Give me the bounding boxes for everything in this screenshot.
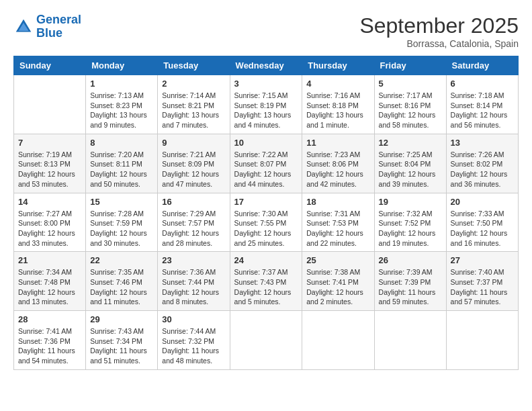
day-number: 1: [90, 79, 153, 89]
day-info: Sunrise: 7:23 AMSunset: 8:06 PMDaylight:…: [306, 150, 369, 189]
day-number: 13: [451, 138, 514, 148]
day-number: 22: [90, 255, 153, 265]
day-number: 7: [18, 138, 81, 148]
calendar-week-row: 21Sunrise: 7:34 AMSunset: 7:48 PMDayligh…: [14, 252, 519, 311]
day-number: 26: [379, 255, 442, 265]
day-info: Sunrise: 7:38 AMSunset: 7:41 PMDaylight:…: [306, 267, 369, 307]
calendar-week-row: 14Sunrise: 7:27 AMSunset: 8:00 PMDayligh…: [14, 193, 519, 252]
day-number: 17: [234, 197, 298, 207]
day-number: 4: [306, 79, 369, 89]
calendar-cell: 27Sunrise: 7:40 AMSunset: 7:37 PMDayligh…: [446, 252, 518, 311]
day-number: 24: [234, 255, 298, 265]
day-info: Sunrise: 7:33 AMSunset: 7:50 PMDaylight:…: [451, 209, 514, 248]
header-day: Tuesday: [158, 56, 230, 75]
calendar-cell: 12Sunrise: 7:25 AMSunset: 8:04 PMDayligh…: [374, 134, 446, 193]
day-info: Sunrise: 7:16 AMSunset: 8:18 PMDaylight:…: [306, 91, 369, 130]
logo-line2: Blue: [36, 26, 62, 40]
calendar-cell: 18Sunrise: 7:31 AMSunset: 7:53 PMDayligh…: [302, 193, 374, 252]
day-number: 18: [306, 197, 369, 207]
calendar-cell: 24Sunrise: 7:37 AMSunset: 7:43 PMDayligh…: [230, 252, 302, 311]
calendar-cell: 25Sunrise: 7:38 AMSunset: 7:41 PMDayligh…: [302, 252, 374, 311]
day-info: Sunrise: 7:25 AMSunset: 8:04 PMDaylight:…: [379, 150, 442, 189]
page-header: General Blue September 2025 Borrassa, Ca…: [13, 13, 519, 49]
day-info: Sunrise: 7:15 AMSunset: 8:19 PMDaylight:…: [234, 91, 298, 130]
day-number: 2: [162, 79, 225, 89]
day-number: 21: [18, 255, 81, 265]
day-info: Sunrise: 7:28 AMSunset: 7:59 PMDaylight:…: [90, 209, 153, 248]
day-number: 8: [90, 138, 153, 148]
day-number: 14: [18, 197, 81, 207]
header-day: Sunday: [14, 56, 86, 75]
calendar-cell: 17Sunrise: 7:30 AMSunset: 7:55 PMDayligh…: [230, 193, 302, 252]
day-info: Sunrise: 7:31 AMSunset: 7:53 PMDaylight:…: [306, 209, 369, 248]
day-number: 5: [379, 79, 442, 89]
day-info: Sunrise: 7:17 AMSunset: 8:16 PMDaylight:…: [379, 91, 442, 130]
title-block: September 2025 Borrassa, Catalonia, Spai…: [359, 13, 519, 49]
day-number: 6: [451, 79, 514, 89]
calendar-cell: [230, 311, 302, 370]
day-info: Sunrise: 7:18 AMSunset: 8:14 PMDaylight:…: [451, 91, 514, 130]
calendar-cell: 2Sunrise: 7:14 AMSunset: 8:21 PMDaylight…: [158, 75, 230, 134]
day-info: Sunrise: 7:29 AMSunset: 7:57 PMDaylight:…: [162, 209, 225, 248]
location: Borrassa, Catalonia, Spain: [359, 38, 519, 49]
calendar-week-row: 7Sunrise: 7:19 AMSunset: 8:13 PMDaylight…: [14, 134, 519, 193]
calendar-header-row: SundayMondayTuesdayWednesdayThursdayFrid…: [14, 56, 519, 75]
calendar-cell: 20Sunrise: 7:33 AMSunset: 7:50 PMDayligh…: [446, 193, 518, 252]
day-number: 28: [18, 314, 81, 324]
calendar-cell: [374, 311, 446, 370]
calendar-cell: 4Sunrise: 7:16 AMSunset: 8:18 PMDaylight…: [302, 75, 374, 134]
calendar-cell: 13Sunrise: 7:26 AMSunset: 8:02 PMDayligh…: [446, 134, 518, 193]
day-number: 10: [234, 138, 298, 148]
calendar-cell: 7Sunrise: 7:19 AMSunset: 8:13 PMDaylight…: [14, 134, 86, 193]
logo: General Blue: [13, 13, 81, 40]
calendar-cell: 26Sunrise: 7:39 AMSunset: 7:39 PMDayligh…: [374, 252, 446, 311]
day-info: Sunrise: 7:19 AMSunset: 8:13 PMDaylight:…: [18, 150, 81, 189]
day-number: 15: [90, 197, 153, 207]
day-number: 3: [234, 79, 298, 89]
calendar-cell: 15Sunrise: 7:28 AMSunset: 7:59 PMDayligh…: [86, 193, 158, 252]
day-info: Sunrise: 7:26 AMSunset: 8:02 PMDaylight:…: [451, 150, 514, 189]
day-info: Sunrise: 7:36 AMSunset: 7:44 PMDaylight:…: [162, 267, 225, 307]
day-info: Sunrise: 7:20 AMSunset: 8:11 PMDaylight:…: [90, 150, 153, 189]
calendar-cell: [14, 75, 86, 134]
calendar-cell: 16Sunrise: 7:29 AMSunset: 7:57 PMDayligh…: [158, 193, 230, 252]
header-day: Monday: [86, 56, 158, 75]
day-number: 27: [451, 255, 514, 265]
day-number: 20: [451, 197, 514, 207]
day-info: Sunrise: 7:39 AMSunset: 7:39 PMDaylight:…: [379, 267, 442, 307]
logo-icon: [13, 17, 34, 37]
calendar-cell: 11Sunrise: 7:23 AMSunset: 8:06 PMDayligh…: [302, 134, 374, 193]
day-info: Sunrise: 7:41 AMSunset: 7:36 PMDaylight:…: [18, 326, 81, 366]
calendar-cell: 5Sunrise: 7:17 AMSunset: 8:16 PMDaylight…: [374, 75, 446, 134]
calendar-cell: [446, 311, 518, 370]
day-info: Sunrise: 7:37 AMSunset: 7:43 PMDaylight:…: [234, 267, 298, 307]
day-info: Sunrise: 7:35 AMSunset: 7:46 PMDaylight:…: [90, 267, 153, 307]
logo-text: General Blue: [36, 13, 81, 40]
day-info: Sunrise: 7:43 AMSunset: 7:34 PMDaylight:…: [90, 326, 153, 366]
calendar-week-row: 1Sunrise: 7:13 AMSunset: 8:23 PMDaylight…: [14, 75, 519, 134]
calendar-cell: 30Sunrise: 7:44 AMSunset: 7:32 PMDayligh…: [158, 311, 230, 370]
month-title: September 2025: [359, 13, 519, 38]
calendar-cell: 14Sunrise: 7:27 AMSunset: 8:00 PMDayligh…: [14, 193, 86, 252]
header-day: Thursday: [302, 56, 374, 75]
calendar-cell: 9Sunrise: 7:21 AMSunset: 8:09 PMDaylight…: [158, 134, 230, 193]
day-info: Sunrise: 7:30 AMSunset: 7:55 PMDaylight:…: [234, 209, 298, 248]
day-info: Sunrise: 7:40 AMSunset: 7:37 PMDaylight:…: [451, 267, 514, 307]
calendar-table: SundayMondayTuesdayWednesdayThursdayFrid…: [13, 56, 519, 370]
calendar-cell: 10Sunrise: 7:22 AMSunset: 8:07 PMDayligh…: [230, 134, 302, 193]
calendar-cell: 29Sunrise: 7:43 AMSunset: 7:34 PMDayligh…: [86, 311, 158, 370]
day-number: 9: [162, 138, 225, 148]
day-number: 12: [379, 138, 442, 148]
day-number: 23: [162, 255, 225, 265]
header-day: Saturday: [446, 56, 518, 75]
calendar-cell: 8Sunrise: 7:20 AMSunset: 8:11 PMDaylight…: [86, 134, 158, 193]
day-info: Sunrise: 7:44 AMSunset: 7:32 PMDaylight:…: [162, 326, 225, 366]
calendar-cell: 6Sunrise: 7:18 AMSunset: 8:14 PMDaylight…: [446, 75, 518, 134]
day-info: Sunrise: 7:13 AMSunset: 8:23 PMDaylight:…: [90, 91, 153, 130]
calendar-cell: 19Sunrise: 7:32 AMSunset: 7:52 PMDayligh…: [374, 193, 446, 252]
calendar-cell: 28Sunrise: 7:41 AMSunset: 7:36 PMDayligh…: [14, 311, 86, 370]
day-number: 19: [379, 197, 442, 207]
calendar-week-row: 28Sunrise: 7:41 AMSunset: 7:36 PMDayligh…: [14, 311, 519, 370]
calendar-cell: 3Sunrise: 7:15 AMSunset: 8:19 PMDaylight…: [230, 75, 302, 134]
header-day: Wednesday: [230, 56, 302, 75]
